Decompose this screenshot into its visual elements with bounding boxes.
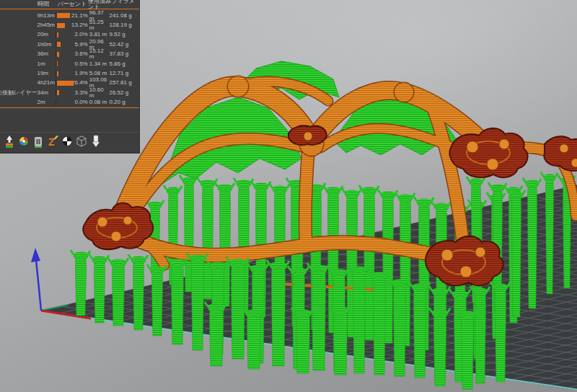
percent-bar: [57, 23, 65, 28]
legend-row: 9h13m21.1%96.37 m241.08 g: [0, 11, 139, 20]
percent-bar-zone: [56, 80, 71, 86]
slicer-preview-window: 時間 パーセント 使用済みフィラメント 9h13m21.1%96.37 m241…: [0, 0, 577, 392]
percent-bar: [57, 71, 58, 76]
percent-bar: [57, 42, 61, 47]
feature-length: 3.81 m: [88, 32, 108, 37]
legend-rows: 9h13m21.1%96.37 m241.08 g 2h45m13.2%51.2…: [0, 9, 139, 107]
legend-row: の接触レイヤー34m3.3%10.60 m26.52 g: [0, 88, 139, 97]
seams-icon[interactable]: [61, 134, 73, 148]
feature-length: 0.08 m: [88, 99, 108, 105]
feature-weight: 52.42 g: [107, 42, 139, 48]
percent-bar: [57, 52, 59, 57]
feature-time: 4h21m: [37, 80, 56, 86]
feature-time: 9h13m: [37, 13, 56, 19]
feature-weight: 128.19 g: [107, 22, 139, 28]
feature-percent: 13.2%: [71, 22, 88, 28]
feature-weight: 37.83 g: [107, 51, 139, 57]
feature-weight: 257.81 g: [107, 80, 139, 86]
legend-header: 時間 パーセント 使用済みフィラメント: [0, 0, 139, 9]
print-legend-panel: 時間 パーセント 使用済みフィラメント 9h13m21.1%96.37 m241…: [0, 0, 140, 153]
feature-length: 10.60 m: [88, 87, 108, 99]
percent-bar-zone: [56, 32, 71, 38]
feature-time: 36m: [37, 51, 56, 57]
feature-weight: 5.86 g: [107, 61, 139, 67]
feature-time: 1m: [37, 61, 56, 67]
legend-row: 1h0m5.9%20.96 m52.42 g: [0, 40, 139, 49]
feature-weight: 9.52 g: [107, 32, 139, 37]
legend-time-header: 時間: [38, 1, 56, 7]
feature-weight: 0.20 g: [107, 99, 139, 105]
percent-bar: [57, 81, 73, 86]
shells-icon[interactable]: [75, 134, 87, 148]
legend-row: 36m3.6%15.12 m37.83 g: [0, 50, 139, 59]
legend-row: 2m0.0%0.08 m0.20 g: [0, 98, 139, 107]
legend-row: 1m0.5%1.34 m5.86 g: [0, 59, 139, 68]
view-options-toolbar: Z: [0, 133, 139, 150]
legend-gap: [0, 108, 139, 132]
svg-text:Z: Z: [48, 136, 55, 148]
feature-length: 1.34 m: [88, 61, 108, 67]
percent-bar-zone: [56, 41, 71, 48]
legend-filament-header: 使用済みフィラメント: [88, 0, 139, 10]
feature-length: 5.08 m: [88, 71, 108, 76]
feature-weight: 12.71 g: [107, 71, 139, 76]
retractions-icon[interactable]: [3, 134, 15, 148]
feature-time: 1h0m: [37, 42, 56, 48]
percent-bar: [57, 32, 58, 37]
feature-time: 20m: [37, 32, 56, 37]
custom-gcode-icon[interactable]: Z: [46, 134, 58, 148]
legend-row: 2h45m13.2%51.25 m128.19 g: [0, 20, 139, 30]
percent-bar-zone: [56, 71, 71, 77]
feature-length: 51.25 m: [88, 19, 108, 31]
legend-percent-header: パーセント: [56, 1, 88, 7]
feature-label: の接触レイヤー: [0, 90, 37, 96]
tool-marker-icon[interactable]: [89, 134, 102, 148]
feature-time: 2h45m: [37, 22, 56, 28]
feature-percent: 3.6%: [71, 51, 88, 57]
legend-row: 4h21m26.4%103.06 m257.81 g: [0, 79, 139, 88]
legend-row: 20m2.0%3.81 m9.52 g: [0, 30, 139, 40]
feature-percent: 0.5%: [71, 61, 88, 67]
feature-time: 19m: [37, 71, 56, 76]
feature-length: 15.12 m: [88, 48, 108, 60]
pause-prints-icon[interactable]: [32, 134, 44, 148]
feature-weight: 241.08 g: [107, 13, 139, 19]
percent-bar-zone: [56, 12, 71, 19]
feature-percent: 5.9%: [71, 42, 88, 48]
percent-bar-zone: [56, 61, 71, 67]
feature-time: 34m: [37, 90, 56, 96]
percent-bar: [57, 13, 70, 18]
color-changes-icon[interactable]: [17, 134, 30, 148]
feature-percent: 1.9%: [71, 71, 88, 76]
feature-weight: 26.52 g: [107, 90, 139, 96]
feature-time: 2m: [37, 99, 56, 105]
feature-percent: 21.1%: [71, 13, 88, 19]
feature-percent: 3.3%: [71, 90, 88, 96]
percent-bar-zone: [56, 51, 71, 58]
percent-bar-zone: [56, 89, 71, 96]
legend-row: 19m1.9%5.08 m12.71 g: [0, 68, 139, 78]
feature-percent: 2.0%: [71, 32, 88, 37]
percent-bar-zone: [56, 99, 71, 106]
feature-percent: 0.0%: [71, 99, 88, 105]
percent-bar: [57, 90, 59, 95]
percent-bar-zone: [56, 22, 71, 29]
